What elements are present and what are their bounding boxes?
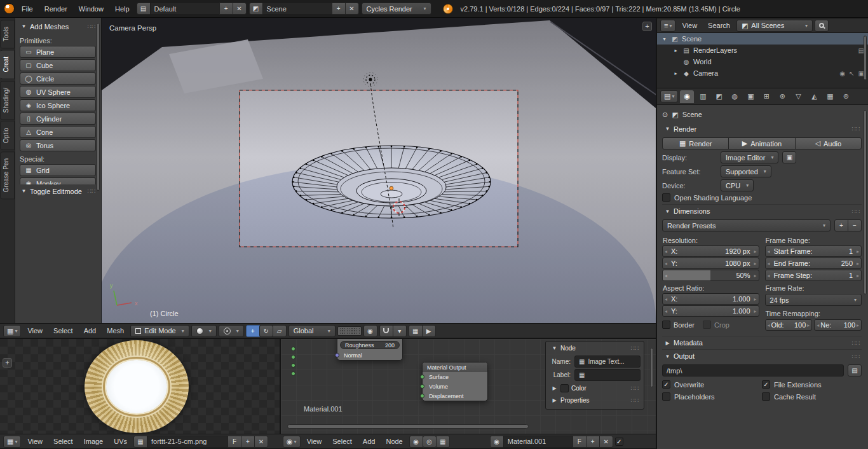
pivot-point-dropdown[interactable] bbox=[219, 325, 244, 337]
mode-dropdown[interactable]: Edit Mode bbox=[130, 325, 189, 337]
node-socket-output[interactable] bbox=[291, 355, 295, 359]
add-plane-button[interactable]: ▭Plane bbox=[20, 46, 96, 58]
image-unlink-button[interactable]: ✕ bbox=[254, 436, 268, 448]
editor-type-button[interactable]: ▤ bbox=[660, 90, 678, 102]
tab-scene[interactable]: ◩ bbox=[712, 90, 726, 103]
render-button[interactable]: ▦Render bbox=[662, 137, 729, 149]
select-menu[interactable]: Select bbox=[328, 437, 356, 446]
metadata-panel-header[interactable]: ▶ Metadata bbox=[662, 336, 862, 349]
scene-add-button[interactable]: + bbox=[332, 3, 346, 15]
viewport-shading-dropdown[interactable] bbox=[191, 325, 217, 337]
node-editor[interactable]: Roughness 200 Normal Material Output Sur… bbox=[280, 338, 656, 434]
volume-socket[interactable] bbox=[420, 384, 424, 389]
tab-create[interactable]: Creat bbox=[0, 50, 15, 79]
feature-set-dropdown[interactable]: Supported bbox=[721, 165, 771, 177]
render-panel-header[interactable]: ▼ Render bbox=[662, 122, 862, 135]
search-menu[interactable]: Search bbox=[703, 21, 735, 30]
manipulator-rotate-button[interactable]: ↻ bbox=[259, 325, 273, 337]
view-menu[interactable]: View bbox=[302, 437, 327, 446]
add-cylinder-button[interactable]: ▯Cylinder bbox=[20, 113, 96, 125]
disclosure-icon[interactable]: ▸ bbox=[672, 71, 679, 76]
search-button[interactable] bbox=[815, 20, 829, 32]
display-mode-dropdown[interactable]: ◩All Scenes bbox=[736, 20, 813, 32]
menu-render[interactable]: Render bbox=[40, 4, 72, 13]
aspect-y-field[interactable]: Y:1.000 bbox=[662, 305, 759, 317]
menu-file[interactable]: File bbox=[17, 4, 37, 13]
displacement-socket[interactable] bbox=[420, 394, 424, 398]
render-presets-dropdown[interactable]: Render Presets bbox=[662, 219, 831, 231]
tab-modifiers[interactable]: ⊛ bbox=[775, 90, 789, 103]
properties-panel-header[interactable]: ▶ Properties bbox=[549, 394, 641, 406]
manipulator-scale-button[interactable]: ▱ bbox=[273, 325, 287, 337]
fake-user-button[interactable]: F bbox=[573, 436, 587, 448]
new-mapping-field[interactable]: Ne:100 bbox=[814, 319, 862, 331]
add-ico-sphere-button[interactable]: ◈Ico Sphere bbox=[20, 99, 96, 111]
outliner-row-world[interactable]: ◍ World bbox=[657, 56, 868, 67]
toggle-editmode-panel-header[interactable]: ▼ Toggle Editmode bbox=[18, 184, 97, 198]
surface-socket[interactable] bbox=[420, 375, 424, 379]
snap-magnet-button[interactable] bbox=[379, 325, 393, 337]
editor-type-button[interactable]: ≡ bbox=[660, 20, 675, 32]
frame-rate-dropdown[interactable]: 24 fps bbox=[765, 294, 862, 306]
material-unlink-button[interactable]: ✕ bbox=[599, 436, 613, 448]
view-menu[interactable]: View bbox=[23, 437, 47, 446]
end-frame-field[interactable]: End Frame:250 bbox=[765, 258, 862, 269]
image-browse-icon[interactable]: ▦ bbox=[133, 436, 147, 448]
node-panel-header[interactable]: ▼ Node bbox=[549, 342, 641, 354]
disclosure-icon[interactable]: ▸ bbox=[672, 48, 679, 53]
dimensions-panel-header[interactable]: ▼ Dimensions bbox=[662, 204, 862, 218]
scene-close-button[interactable]: ✕ bbox=[345, 3, 359, 15]
opengl-render-anim-button[interactable]: ▶ bbox=[422, 325, 436, 337]
add-cone-button[interactable]: △Cone bbox=[20, 126, 96, 138]
node-name-field[interactable]: ▦Image Text... bbox=[574, 356, 641, 368]
menu-window[interactable]: Window bbox=[74, 4, 108, 13]
resolution-y-field[interactable]: Y:1080 px bbox=[662, 258, 759, 269]
world-shader-button[interactable]: ◎ bbox=[423, 436, 437, 448]
node-menu[interactable]: Node bbox=[381, 437, 407, 446]
placeholders-checkbox[interactable] bbox=[662, 392, 670, 401]
snap-element-dropdown[interactable]: ▾ bbox=[393, 325, 407, 337]
frame-step-field[interactable]: Frame Step:1 bbox=[765, 270, 862, 281]
add-uv-sphere-button[interactable]: ◍UV Sphere bbox=[20, 86, 96, 98]
object-shader-button[interactable]: ◉ bbox=[409, 436, 423, 448]
restrict-view-icon[interactable]: ◉ bbox=[839, 70, 845, 77]
screen-browse-icon[interactable]: ▤ bbox=[137, 3, 151, 15]
outliner-row-scene[interactable]: ▾ ◩ Scene bbox=[657, 33, 868, 45]
select-menu[interactable]: Select bbox=[49, 437, 78, 446]
display-dropdown[interactable]: Image Editor bbox=[721, 151, 778, 163]
screen-layout-name[interactable]: Default bbox=[150, 3, 220, 15]
mesh-menu[interactable]: Mesh bbox=[102, 326, 128, 335]
node-socket-output[interactable] bbox=[291, 371, 295, 376]
uvs-menu[interactable]: UVs bbox=[109, 437, 132, 446]
panel-grip-icon[interactable] bbox=[630, 397, 639, 404]
screen-add-button[interactable]: + bbox=[219, 3, 233, 15]
tab-material[interactable]: ◭ bbox=[807, 90, 821, 103]
add-meshes-panel-header[interactable]: ▼ Add Meshes bbox=[18, 20, 97, 33]
panel-grip-icon[interactable] bbox=[851, 208, 860, 215]
3d-viewport[interactable]: x y Camera Persp (1) Circle + bbox=[102, 18, 656, 323]
overwrite-checkbox[interactable] bbox=[662, 380, 670, 389]
add-menu[interactable]: Add bbox=[79, 326, 101, 335]
osl-checkbox[interactable] bbox=[662, 193, 670, 202]
node-socket-output[interactable] bbox=[291, 347, 295, 351]
view-menu[interactable]: View bbox=[23, 326, 47, 335]
panel-grip-icon[interactable] bbox=[630, 345, 639, 352]
file-extensions-checkbox[interactable] bbox=[762, 380, 770, 389]
add-torus-button[interactable]: ◎Torus bbox=[20, 139, 96, 151]
blender-logo-icon[interactable] bbox=[4, 3, 15, 14]
tab-object[interactable]: ▣ bbox=[743, 90, 757, 103]
properties-region-expand-button[interactable]: + bbox=[642, 22, 652, 31]
border-checkbox[interactable] bbox=[662, 321, 670, 329]
tab-render[interactable]: ◉ bbox=[680, 90, 694, 103]
add-cube-button[interactable]: ▢Cube bbox=[20, 59, 96, 71]
transform-orientation-dropdown[interactable]: Global bbox=[288, 325, 336, 337]
properties-scrollbar[interactable] bbox=[864, 110, 867, 294]
add-menu[interactable]: Add bbox=[358, 437, 380, 446]
fake-user-button[interactable]: F bbox=[227, 436, 241, 448]
preset-add-button[interactable]: + bbox=[834, 219, 848, 231]
animation-button[interactable]: ▶Animation bbox=[728, 137, 795, 149]
preset-remove-button[interactable]: − bbox=[848, 219, 862, 231]
color-swatch-icon[interactable] bbox=[560, 384, 569, 392]
tab-render-layers[interactable]: ▥ bbox=[696, 90, 710, 103]
add-grid-button[interactable]: ▦Grid bbox=[20, 164, 96, 176]
